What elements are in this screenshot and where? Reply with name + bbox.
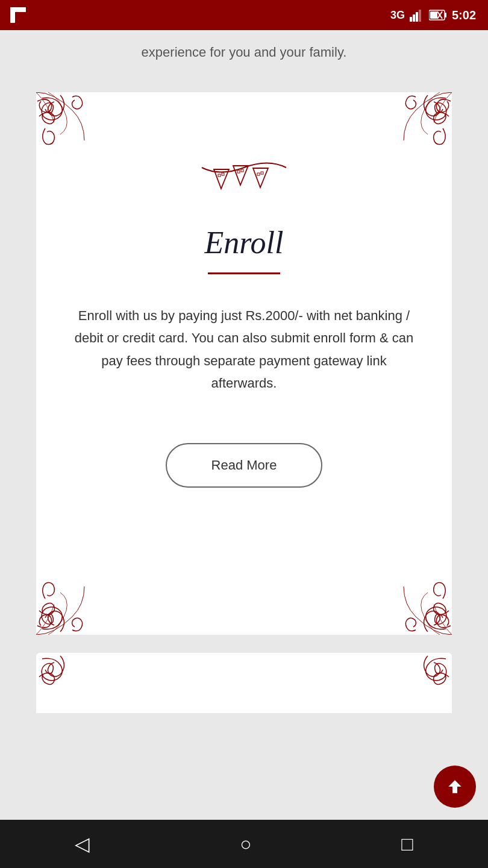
svg-rect-2 xyxy=(410,17,412,22)
svg-rect-3 xyxy=(413,14,415,22)
svg-rect-18 xyxy=(257,173,260,175)
clock: 5:02 xyxy=(452,8,476,22)
nav-home-button[interactable]: ○ xyxy=(240,833,251,855)
main-content: experience for you and your family. xyxy=(0,30,488,713)
second-card-corner-tl xyxy=(36,653,108,713)
title-underline xyxy=(208,272,280,274)
svg-rect-8 xyxy=(430,11,437,19)
scroll-up-button[interactable] xyxy=(434,766,476,808)
intro-text: experience for you and your family. xyxy=(0,30,488,86)
svg-rect-19 xyxy=(261,172,263,174)
battery-icon xyxy=(429,9,447,21)
status-icons: 3G 5:02 xyxy=(390,8,476,22)
second-card-partial xyxy=(36,653,452,713)
read-more-button[interactable]: Read More xyxy=(166,443,322,488)
enroll-description: Enroll with us by paying just Rs.2000/- … xyxy=(60,304,428,395)
svg-rect-4 xyxy=(416,12,418,22)
svg-rect-13 xyxy=(222,173,224,175)
nav-recent-button[interactable]: □ xyxy=(401,833,413,855)
svg-rect-12 xyxy=(218,174,221,177)
corner-decoration-br xyxy=(380,562,452,635)
corner-decoration-tr xyxy=(380,92,452,165)
nav-bar: ◁ ○ □ xyxy=(0,820,488,868)
network-label: 3G xyxy=(390,9,405,22)
status-bar: 3G 5:02 xyxy=(0,0,488,30)
svg-rect-15 xyxy=(237,171,240,173)
sim-icon xyxy=(9,7,27,25)
bunting-icon xyxy=(60,159,428,201)
svg-rect-5 xyxy=(419,10,421,22)
svg-rect-7 xyxy=(445,13,446,17)
svg-marker-17 xyxy=(253,168,268,187)
svg-rect-16 xyxy=(241,169,243,172)
enroll-card: Enroll Enroll with us by paying just Rs.… xyxy=(36,92,452,635)
enroll-title: Enroll xyxy=(60,225,428,260)
corner-decoration-tl xyxy=(36,92,108,165)
nav-back-button[interactable]: ◁ xyxy=(75,832,90,855)
signal-icon xyxy=(410,8,424,22)
svg-rect-1 xyxy=(10,7,26,12)
second-card-corner-tr xyxy=(380,653,452,713)
corner-decoration-bl xyxy=(36,562,108,635)
